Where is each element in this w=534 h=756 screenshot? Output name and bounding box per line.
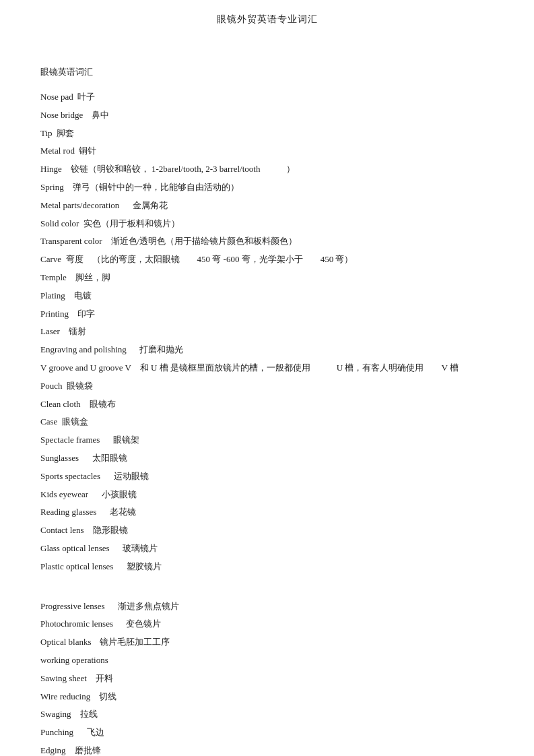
list-item: Solid color 实色（用于板料和镜片）: [40, 217, 494, 231]
cn-term: 太阳眼镜: [92, 453, 127, 463]
list-item: Transparent color 渐近色/透明色（用于描绘镜片颜色和板料颜色）: [40, 234, 494, 249]
list-item: Reading glasses 老花镜: [40, 505, 494, 519]
list-item: Pouch 眼镜袋: [40, 379, 494, 393]
cn-term: 磨批锋: [75, 745, 101, 755]
list-item: Spring 弹弓（铜针中的一种，比能够自由活动的）: [40, 181, 494, 195]
en-term: Engraving and polishing: [40, 344, 127, 354]
list-item: Progressive lenses 渐进多焦点镜片: [40, 600, 494, 614]
en-term: Spectacle frames: [40, 435, 100, 445]
en-term: Glass optical lenses: [40, 543, 110, 553]
en-term: Printing: [40, 309, 69, 319]
list-item: Sports spectacles 运动眼镜: [40, 470, 494, 484]
en-term: V groove and U groove V: [40, 363, 131, 373]
list-item: Sawing sheet 开料: [40, 672, 494, 686]
cn-term: 渐进多焦点镜片: [118, 601, 179, 611]
list-item: Hinge 铰链（明铰和暗铰， 1-2barel/tooth, 2-3 barr…: [40, 162, 494, 177]
list-item: Wire reducing 切线: [40, 690, 494, 704]
en-term: Tip: [40, 128, 53, 138]
cn-term: 打磨和抛光: [139, 344, 183, 354]
cn-term: 变色镜片: [126, 619, 161, 629]
en-term: Carve: [40, 254, 61, 264]
cn-term: 电镀: [74, 290, 92, 301]
en-term: Contact lens: [40, 525, 84, 535]
en-term: Plastic optical lenses: [40, 561, 113, 571]
list-item: Glass optical lenses 玻璃镜片: [40, 542, 494, 556]
cn-term: 金属角花: [133, 200, 168, 210]
cn-term: 拉线: [80, 709, 98, 719]
list-item: Spectacle frames 眼镜架: [40, 433, 494, 447]
en-term: Progressive lenses: [40, 601, 105, 611]
list-item: working operations: [40, 654, 494, 668]
cn-term: 叶子: [77, 92, 95, 102]
list-item: Clean cloth 眼镜布: [40, 398, 494, 412]
vocab-list-2: Progressive lenses 渐进多焦点镜片Photochromic l…: [40, 600, 494, 756]
cn-term: 印字: [77, 309, 95, 319]
section-title: 眼镜英语词汇: [40, 66, 494, 78]
list-item: Engraving and polishing 打磨和抛光: [40, 343, 494, 357]
list-item: Photochromic lenses 变色镜片: [40, 617, 494, 631]
en-term: Photochromic lenses: [40, 619, 113, 629]
en-term: Spring: [40, 182, 64, 192]
cn-term: 眼镜袋: [67, 381, 93, 391]
en-term: Nose bridge: [40, 110, 83, 120]
vocab-list-1: Nose pad 叶子Nose bridge 鼻中Tip 脚套Metal rod…: [40, 90, 494, 574]
en-term: Reading glasses: [40, 507, 96, 517]
cn-term: 小孩眼镜: [102, 489, 137, 499]
list-item: Metal rod 铜针: [40, 144, 494, 158]
en-term: Solid color: [40, 218, 79, 228]
en-term: Metal rod: [40, 146, 75, 156]
list-item: Case 眼镜盒: [40, 415, 494, 429]
cn-term: 渐近色/透明色（用于描绘镜片颜色和板料颜色）: [111, 236, 298, 246]
list-item: Printing 印字: [40, 307, 494, 321]
list-item: Kids eyewear 小孩眼镜: [40, 488, 494, 502]
en-term: Hinge: [40, 164, 62, 174]
list-item: Sunglasses 太阳眼镜: [40, 451, 494, 466]
cn-term: 弹弓（铜针中的一种，比能够自由活动的）: [73, 182, 239, 192]
en-term: Plating: [40, 290, 65, 301]
cn-term: 玻璃镜片: [123, 543, 158, 553]
cn-term: 眼镜布: [90, 399, 116, 409]
list-item: Tip 脚套: [40, 127, 494, 141]
list-item: Nose pad 叶子: [40, 90, 494, 104]
en-term: Kids eyewear: [40, 489, 88, 499]
en-term: Metal parts/decoration: [40, 200, 119, 210]
cn-term: 镭射: [69, 326, 86, 336]
cn-term: 铰链（明铰和暗铰， 1-2barel/tooth, 2-3 barrel/too…: [71, 164, 296, 174]
cn-term: 脚套: [57, 128, 74, 138]
cn-term: 运动眼镜: [114, 471, 149, 481]
en-term: Temple: [40, 272, 67, 282]
cn-term: 开料: [96, 673, 113, 683]
en-term: Sports spectacles: [40, 471, 100, 481]
en-term: Laser: [40, 326, 60, 336]
list-item: Edging 磨批锋: [40, 744, 494, 756]
en-term: Edging: [40, 745, 66, 755]
cn-term: 实色（用于板料和镜片）: [84, 218, 180, 228]
cn-term: 镜片毛胚加工工序: [100, 637, 170, 647]
en-term: Sawing sheet: [40, 673, 87, 683]
cn-term: 眼镜架: [113, 435, 139, 445]
list-item: Optical blanks 镜片毛胚加工工序: [40, 635, 494, 650]
cn-term: 飞边: [87, 727, 104, 737]
list-item: Swaging 拉线: [40, 707, 494, 722]
en-term: Case: [40, 416, 57, 427]
main-title: 眼镜外贸英语专业词汇: [40, 13, 494, 26]
en-term: Punching: [40, 727, 73, 737]
en-term: working operations: [40, 655, 108, 665]
cn-term: 隐形眼镜: [93, 525, 128, 535]
en-term: Swaging: [40, 709, 71, 719]
list-item: Plastic optical lenses 塑胶镜片: [40, 560, 494, 574]
cn-term: 老花镜: [110, 507, 136, 517]
cn-term: 切线: [99, 691, 116, 701]
en-term: Wire reducing: [40, 691, 90, 701]
list-item: Nose bridge 鼻中: [40, 108, 494, 123]
cn-term: 和 U 槽 是镜框里面放镜片的槽，一般都使用 U 槽，有客人明确使用 V 槽: [140, 363, 459, 373]
page: 眼镜外贸英语专业词汇 眼镜英语词汇 Nose pad 叶子Nose bridge…: [0, 0, 534, 756]
list-item: Metal parts/decoration 金属角花: [40, 199, 494, 213]
en-term: Nose pad: [40, 92, 73, 102]
list-item: Temple 脚丝，脚: [40, 271, 494, 285]
cn-term: 鼻中: [92, 110, 109, 120]
en-term: Transparent color: [40, 236, 102, 246]
list-item: Laser 镭射: [40, 325, 494, 339]
list-item: Carve 弯度 （比的弯度，太阳眼镜 450 弯 -600 弯，光学架小于 4…: [40, 253, 494, 267]
cn-term: 脚丝，脚: [75, 272, 110, 282]
